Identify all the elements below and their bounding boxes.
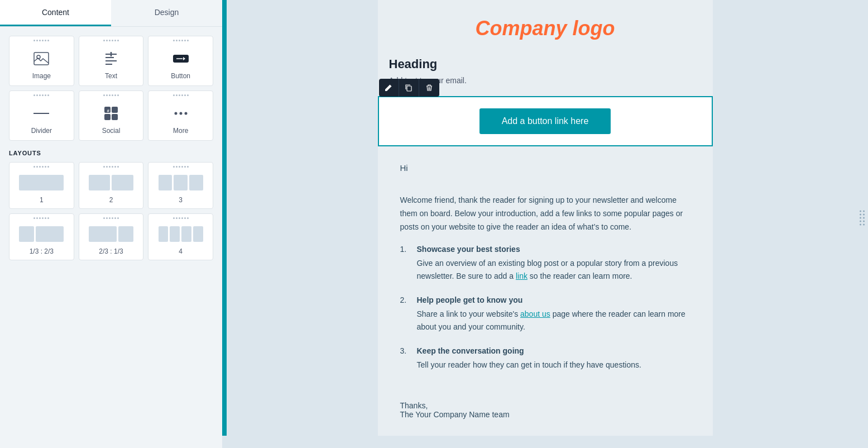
element-toolbar [379, 79, 439, 97]
drag-dots [103, 40, 119, 41]
svg-text:#: # [107, 108, 109, 113]
element-divider[interactable]: Divider [9, 90, 74, 141]
layout-2-3-1-3[interactable]: 2/3 : 1/3 [79, 213, 144, 260]
email-intro: Welcome friend, thank the reader for sig… [400, 194, 690, 233]
button-label: Button [171, 72, 190, 80]
svg-point-18 [184, 112, 187, 115]
list-link-2[interactable]: about us [520, 309, 550, 318]
svg-rect-0 [34, 53, 49, 65]
tab-design[interactable]: Design [111, 0, 222, 26]
email-greeting: Hi [400, 163, 690, 173]
image-label: Image [32, 72, 51, 80]
layout-4[interactable]: 4 [148, 213, 213, 260]
email-thanks: Thanks, The Your Company Name team [400, 401, 690, 419]
email-list: 1. Showcase your best stories Give an ov… [400, 245, 690, 371]
layout-3-preview [159, 173, 203, 193]
drag-dots [172, 166, 189, 168]
element-social[interactable]: # Social [79, 90, 144, 141]
text-icon [101, 49, 121, 69]
more-icon [171, 103, 191, 123]
button-icon [171, 49, 191, 69]
list-title-2: Help people get to know you [417, 296, 690, 304]
tab-content[interactable]: Content [0, 0, 111, 26]
drag-dots [33, 94, 50, 96]
button-section-wrapper: Add a button link here [378, 96, 713, 146]
email-footer: Thanks, The Your Company Name team [378, 401, 713, 436]
image-icon [31, 49, 51, 69]
left-panel: Content Design Image [0, 0, 222, 448]
list-num-2: 2. [400, 296, 411, 304]
layout-2[interactable]: 2 [79, 162, 144, 209]
layouts-section-title: LAYOUTS [9, 150, 213, 156]
drag-dots [172, 94, 189, 96]
tabs-bar: Content Design [0, 0, 222, 27]
svg-rect-15 [112, 114, 118, 120]
email-cta-button[interactable]: Add a button link here [479, 108, 611, 134]
layout-4-label: 4 [179, 247, 183, 255]
divider-label: Divider [31, 127, 52, 135]
drag-dots [33, 166, 50, 168]
layout-1-3-2-3-label: 1/3 : 2/3 [30, 247, 54, 255]
element-text[interactable]: Text [79, 36, 144, 86]
thanks-text: Thanks, [400, 401, 428, 410]
list-item: 1. Showcase your best stories Give an ov… [400, 245, 690, 282]
layout-1[interactable]: 1 [9, 162, 74, 209]
email-heading: Heading [389, 57, 702, 72]
list-content-1: Showcase your best stories Give an overv… [417, 245, 690, 282]
svg-point-16 [174, 112, 177, 115]
list-item: 2. Help people get to know you Share a l… [400, 296, 690, 333]
social-label: Social [102, 127, 121, 135]
more-label: More [173, 127, 188, 135]
list-title-1: Showcase your best stories [417, 245, 690, 254]
layout-2-3-1-3-preview [89, 224, 133, 244]
drag-dots [103, 166, 119, 168]
drag-dots [103, 217, 119, 219]
element-more[interactable]: More [148, 90, 213, 141]
button-section: Add a button link here [378, 96, 713, 146]
layout-2-label: 2 [109, 196, 113, 204]
list-num-1: 1. [400, 245, 411, 254]
delete-button[interactable] [419, 79, 439, 97]
layout-3[interactable]: 3 [148, 162, 213, 209]
element-button[interactable]: Button [148, 36, 213, 86]
email-body: Hi Welcome friend, thank the reader for … [378, 146, 713, 401]
drag-dots [172, 40, 189, 41]
svg-rect-19 [407, 86, 411, 91]
layout-4-preview [159, 224, 203, 244]
layout-1-label: 1 [40, 196, 44, 204]
svg-rect-14 [104, 114, 111, 120]
list-num-3: 3. [400, 346, 411, 355]
list-desc-3: Tell your reader how they can get in tou… [417, 359, 690, 371]
signature-text: The Your Company Name team [400, 410, 510, 419]
layouts-grid: 1 2 [9, 162, 213, 260]
list-content-3: Keep the conversation going Tell your re… [417, 346, 690, 371]
copy-button[interactable] [399, 79, 419, 97]
list-desc-2: Share a link to your website's about us … [417, 308, 690, 333]
layout-2-3-1-3-label: 2/3 : 1/3 [99, 247, 123, 255]
layout-1-3-2-3[interactable]: 1/3 : 2/3 [9, 213, 74, 260]
list-link-1[interactable]: link [516, 271, 527, 280]
layout-1-3-2-3-preview [19, 224, 64, 244]
element-image[interactable]: Image [9, 36, 74, 86]
list-title-3: Keep the conversation going [417, 346, 690, 355]
svg-point-17 [179, 112, 182, 115]
email-container: Company logo Heading Add text to your em… [378, 0, 713, 436]
edit-button[interactable] [379, 79, 399, 97]
drag-dots [103, 94, 119, 96]
social-icon: # [101, 103, 121, 123]
elements-grid: Image Text [9, 36, 213, 141]
layout-2-preview [89, 173, 133, 193]
company-logo: Company logo [389, 17, 702, 40]
panel-content: Image Text [0, 27, 222, 448]
drag-dots [33, 217, 50, 219]
drag-dots [172, 217, 189, 219]
text-label: Text [105, 72, 117, 80]
list-item: 3. Keep the conversation going Tell your… [400, 346, 690, 371]
teal-accent-bar [222, 0, 227, 436]
list-content-2: Help people get to know you Share a link… [417, 296, 690, 333]
list-desc-1: Give an overview of an existing blog pos… [417, 257, 690, 282]
email-header: Company logo [378, 0, 713, 51]
divider-icon [31, 103, 51, 123]
drag-handle[interactable] [860, 211, 865, 226]
layout-3-label: 3 [179, 196, 183, 204]
